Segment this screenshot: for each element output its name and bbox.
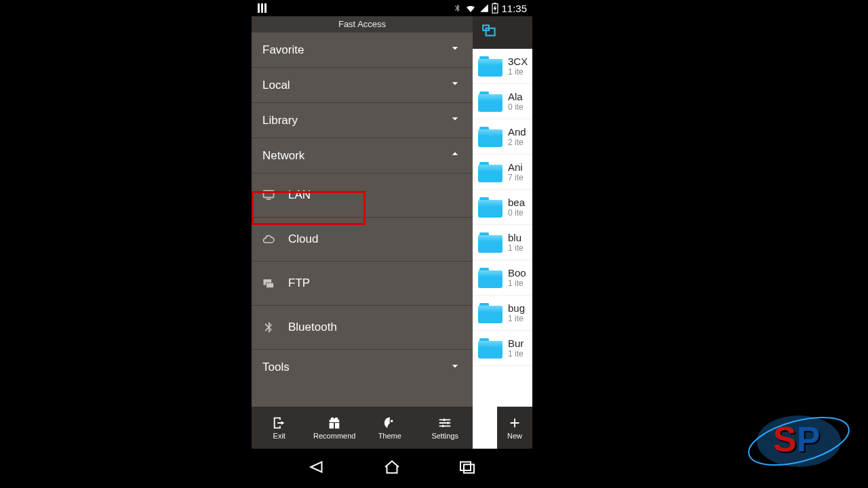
fast-access-drawer: Fast Access Favorite Local Library Netwo…	[252, 16, 473, 449]
section-label: Network	[262, 149, 448, 163]
section-label: Favorite	[262, 43, 448, 57]
folder-row[interactable]: bea0 ite	[473, 190, 532, 225]
recommend-button[interactable]: Recommend	[307, 407, 363, 449]
folder-icon	[478, 303, 502, 323]
file-list[interactable]: 3CX1 iteAla0 iteAnd2 iteAni7 itebea0 ite…	[473, 49, 532, 449]
folder-name: Ala	[508, 91, 524, 102]
drawer-bottom-bar: Exit Recommend Theme Settings	[252, 407, 473, 449]
section-favorite[interactable]: Favorite	[252, 33, 473, 68]
plus-icon	[507, 415, 522, 430]
settings-button[interactable]: Settings	[418, 407, 473, 449]
status-bar: 11:35	[252, 0, 532, 16]
bluetooth-icon	[261, 321, 276, 334]
folder-icon	[478, 162, 502, 182]
app-area: Fast Access Favorite Local Library Netwo…	[252, 16, 532, 449]
folder-row[interactable]: blu1 ite	[473, 225, 532, 260]
sliders-icon	[437, 415, 452, 430]
cloud-icon	[261, 232, 276, 246]
theme-icon	[382, 415, 397, 430]
folder-row[interactable]: And2 ite	[473, 119, 532, 155]
network-item-label: Bluetooth	[288, 321, 337, 334]
svg-rect-15	[464, 464, 474, 473]
monitor-icon	[261, 188, 276, 202]
network-item-label: FTP	[288, 277, 310, 290]
folder-meta: 1 ite	[508, 314, 525, 323]
folder-name: bea	[508, 197, 525, 208]
folder-icon	[478, 92, 502, 112]
folder-name: Boo	[508, 267, 526, 279]
gift-icon	[327, 415, 342, 430]
android-nav-bar	[252, 449, 532, 488]
section-tools[interactable]: Tools	[252, 350, 473, 385]
new-button[interactable]: New	[497, 407, 532, 449]
home-button[interactable]	[382, 457, 402, 480]
folder-name: Ani	[508, 161, 524, 173]
folder-meta: 0 ite	[508, 208, 525, 218]
exit-button[interactable]: Exit	[252, 407, 307, 449]
notification-icon	[257, 3, 268, 14]
folder-row[interactable]: Bur1 ite	[473, 331, 532, 366]
theme-button[interactable]: Theme	[362, 407, 418, 449]
svg-rect-8	[267, 283, 274, 288]
button-label: Recommend	[313, 432, 355, 440]
battery-status-icon	[492, 3, 498, 14]
folder-name: blu	[508, 232, 524, 243]
bluetooth-status-icon	[453, 3, 462, 14]
folder-name: And	[508, 126, 526, 138]
folder-row[interactable]: 3CX1 ite	[473, 49, 532, 84]
chevron-down-icon	[448, 112, 462, 129]
section-local[interactable]: Local	[252, 68, 473, 103]
section-label: Library	[262, 114, 448, 127]
network-item-lan[interactable]: LAN	[252, 174, 473, 218]
folder-icon	[478, 127, 502, 147]
svg-rect-2	[264, 3, 267, 13]
chevron-down-icon	[448, 77, 462, 94]
button-label: Theme	[378, 432, 401, 440]
section-library[interactable]: Library	[252, 103, 473, 138]
recents-button[interactable]	[457, 457, 477, 480]
network-item-bluetooth[interactable]: Bluetooth	[252, 306, 473, 350]
network-item-label: Cloud	[288, 232, 318, 246]
svg-point-11	[442, 425, 445, 428]
signal-status-icon	[479, 3, 489, 14]
chevron-up-icon	[448, 147, 462, 164]
drawer-title: Fast Access	[252, 16, 473, 33]
folder-row[interactable]: bug1 ite	[473, 296, 532, 331]
svg-rect-5	[264, 190, 274, 197]
tab-bar	[473, 16, 532, 49]
button-label: New	[507, 432, 522, 440]
folder-name: bug	[508, 302, 525, 314]
folder-meta: 1 ite	[508, 349, 524, 359]
section-network[interactable]: Network	[252, 138, 473, 174]
windows-tab-icon[interactable]	[481, 22, 498, 43]
svg-point-9	[443, 419, 446, 422]
network-item-ftp[interactable]: FTP	[252, 262, 473, 306]
chevron-down-icon	[448, 359, 462, 376]
svg-point-10	[447, 422, 450, 424]
content-pane: 3CX1 iteAla0 iteAnd2 iteAni7 itebea0 ite…	[473, 16, 532, 449]
folder-name: Bur	[508, 338, 524, 349]
svg-rect-14	[460, 462, 471, 471]
svg-rect-13	[486, 28, 495, 36]
folder-icon	[478, 338, 502, 359]
folder-row[interactable]: Ani7 ite	[473, 155, 532, 190]
folder-icon	[478, 232, 502, 253]
phone-frame: 11:35 Fast Access Favorite Local Library…	[252, 0, 532, 488]
folder-icon	[478, 56, 502, 77]
network-item-label: LAN	[288, 188, 311, 202]
back-button[interactable]	[307, 457, 327, 480]
network-item-cloud[interactable]: Cloud	[252, 218, 473, 262]
folder-row[interactable]: Ala0 ite	[473, 84, 532, 119]
folder-icon	[478, 268, 502, 288]
folder-row[interactable]: Boo1 ite	[473, 260, 532, 296]
watermark-logo: SP	[745, 404, 853, 479]
button-label: Exit	[273, 432, 285, 440]
folder-icon	[478, 197, 502, 218]
status-time: 11:35	[501, 3, 527, 14]
folder-meta: 0 ite	[508, 102, 524, 112]
folder-meta: 2 ite	[508, 138, 526, 147]
section-label: Local	[262, 79, 448, 92]
folder-name: 3CX	[508, 56, 528, 67]
exit-icon	[272, 415, 287, 430]
ftp-icon	[261, 277, 276, 290]
